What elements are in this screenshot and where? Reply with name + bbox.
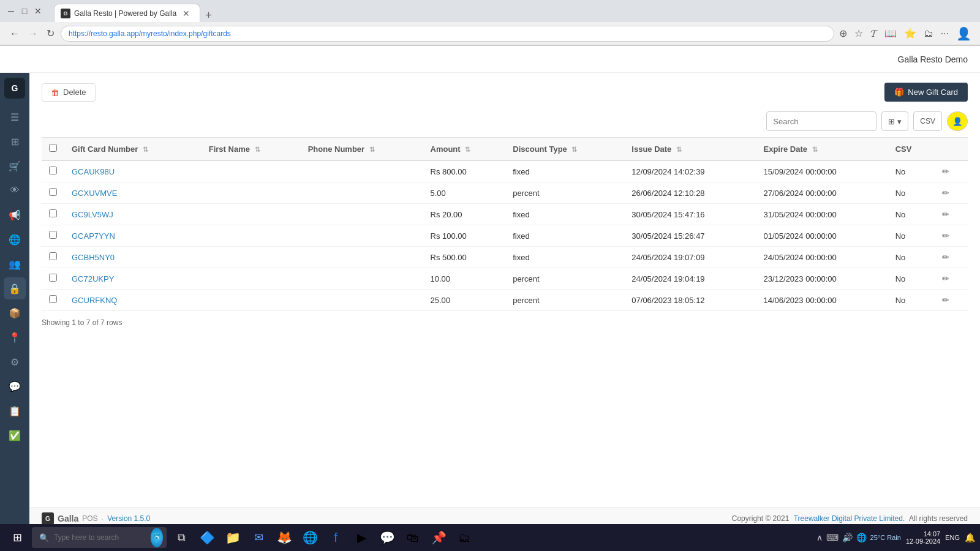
edit-button-2[interactable]: ✏	[942, 209, 949, 219]
more-icon[interactable]: ···	[940, 27, 950, 40]
cell-phone	[301, 182, 423, 204]
edit-button-3[interactable]: ✏	[942, 231, 949, 241]
cell-phone	[301, 160, 423, 182]
edit-button-6[interactable]: ✏	[942, 295, 949, 305]
taskbar-facebook[interactable]: f	[323, 527, 348, 549]
row-checkbox-5[interactable]	[49, 274, 57, 282]
minimize-button[interactable]: ─	[6, 6, 16, 16]
row-checkbox-3[interactable]	[49, 231, 57, 239]
taskbar-skype[interactable]: 💬	[375, 527, 399, 549]
edit-button-0[interactable]: ✏	[942, 167, 949, 176]
cell-discount-type: fixed	[505, 225, 624, 247]
reload-button[interactable]: ↻	[44, 26, 57, 40]
taskbar-youtube[interactable]: ▶	[349, 527, 374, 549]
taskbar-multitasking[interactable]: ⧉	[169, 527, 194, 549]
sidebar-item-dashboard[interactable]: ⊞	[4, 130, 26, 152]
search-input[interactable]	[766, 111, 876, 131]
cell-amount: Rs 20.00	[423, 204, 506, 225]
table-row: GCAP7YYN Rs 100.00 fixed 30/05/2024 15:2…	[42, 225, 968, 247]
sidebar-item-orders[interactable]: 🛒	[4, 155, 26, 177]
select-all-checkbox[interactable]	[49, 144, 57, 152]
taskbar-volume-icon[interactable]: 🔊	[842, 533, 853, 542]
taskbar-edge[interactable]: 🔷	[195, 527, 219, 549]
address-bar[interactable]	[61, 26, 834, 42]
maximize-button[interactable]: □	[20, 6, 29, 16]
gift-card-icon: 🎁	[894, 88, 904, 97]
cell-csv: No	[888, 204, 935, 225]
delete-button[interactable]: 🗑 Delete	[42, 83, 96, 102]
taskbar-stickynotes[interactable]: 📌	[426, 527, 451, 549]
main-content: 🗑 Delete 🎁 New Gift Card ⊞ ▾ CSV	[29, 73, 980, 507]
sidebar-item-tasks[interactable]: ✅	[4, 424, 26, 446]
taskbar-up-arrow[interactable]: ∧	[816, 533, 823, 542]
gift-card-link[interactable]: GC9LV5WJ	[72, 210, 113, 219]
row-checkbox-6[interactable]	[49, 295, 57, 303]
edit-button-4[interactable]: ✏	[942, 252, 949, 262]
sidebar-item-reports[interactable]: 📋	[4, 400, 26, 422]
sort-icon-issue: ⇅	[676, 146, 682, 153]
browser-chrome: ─ □ ✕ G Galla Resto | Powered by Galla ✕…	[0, 0, 980, 46]
company-link[interactable]: Treewalker Digital Private Limited.	[794, 514, 905, 523]
sidebar-item-online[interactable]: 🌐	[4, 228, 26, 250]
gift-card-link[interactable]: GCURFKNQ	[72, 296, 117, 305]
chevron-down-icon: ▾	[897, 117, 902, 126]
taskbar-notification[interactable]: 🔔	[965, 533, 975, 542]
gift-card-link[interactable]: GCAUK98U	[72, 167, 115, 176]
cell-edit: ✏	[935, 290, 968, 311]
taskbar-mail[interactable]: ✉	[246, 527, 271, 549]
taskbar-firefox[interactable]: 🦊	[272, 527, 296, 549]
cell-first-name	[202, 268, 301, 290]
extensions-icon[interactable]: ⊕	[838, 26, 848, 40]
taskbar-network-icon[interactable]: 🌐	[856, 533, 867, 542]
view-toggle-button[interactable]: ⊞ ▾	[881, 111, 908, 131]
row-checkbox-1[interactable]	[49, 188, 57, 196]
taskbar-search-icon: 🔍	[39, 533, 49, 542]
footer-galla-text: Galla	[58, 514, 78, 523]
reader-icon[interactable]: 📖	[883, 26, 898, 40]
profile-icon[interactable]: 👤	[955, 25, 973, 42]
edit-button-1[interactable]: ✏	[942, 188, 949, 198]
favorites-icon[interactable]: ⭐	[903, 26, 918, 40]
active-tab[interactable]: G Galla Resto | Powered by Galla ✕	[54, 4, 200, 22]
edit-button-5[interactable]: ✏	[942, 274, 949, 283]
user-menu-button[interactable]: 👤	[947, 111, 968, 131]
tab-close-icon[interactable]: ✕	[183, 9, 190, 18]
new-gift-card-button[interactable]: 🎁 New Gift Card	[884, 83, 968, 102]
taskbar-store[interactable]: 🛍	[401, 527, 425, 549]
bookmark-star-icon[interactable]: ☆	[853, 26, 864, 40]
new-tab-button[interactable]: +	[200, 9, 217, 22]
forward-button[interactable]: →	[26, 27, 40, 40]
trash-icon: 🗑	[51, 88, 59, 97]
gift-card-link[interactable]: GCXUVMVE	[72, 189, 117, 198]
row-checkbox-0[interactable]	[49, 167, 57, 174]
taskbar-clock[interactable]: 14:07 12-09-2024	[906, 530, 940, 545]
taskbar-chrome[interactable]: 🌐	[298, 527, 322, 549]
taskbar-explorer[interactable]: 📁	[221, 527, 245, 549]
gift-card-link[interactable]: GCAP7YYN	[72, 231, 115, 241]
taskbar-fileexplorer2[interactable]: 🗂	[452, 527, 477, 549]
back-button[interactable]: ←	[7, 27, 22, 40]
sidebar-item-inventory[interactable]: 📦	[4, 302, 26, 324]
sidebar-item-settings[interactable]: ⚙	[4, 351, 26, 373]
gift-card-link[interactable]: GCBH5NY0	[72, 253, 115, 262]
row-checkbox-4[interactable]	[49, 252, 57, 260]
close-button[interactable]: ✕	[33, 6, 43, 16]
sidebar-item-messages[interactable]: 💬	[4, 375, 26, 397]
csv-button[interactable]: CSV	[913, 111, 942, 131]
taskbar-weather[interactable]: 25°C Rain	[870, 534, 901, 541]
gift-card-link[interactable]: GC72UKPY	[72, 274, 114, 283]
sidebar-item-giftcards[interactable]: 🔒	[4, 277, 26, 299]
row-checkbox-2[interactable]	[49, 209, 57, 217]
translate-icon[interactable]: 𝓣	[869, 27, 878, 40]
sidebar-item-menu[interactable]: ☰	[4, 106, 26, 128]
sidebar-item-users[interactable]: 👥	[4, 253, 26, 275]
taskbar-search-input[interactable]	[54, 533, 146, 542]
sidebar-item-promotions[interactable]: 📢	[4, 204, 26, 226]
sidebar-item-location[interactable]: 📍	[4, 326, 26, 348]
start-button[interactable]: ⊞	[5, 527, 29, 549]
sidebar-item-view[interactable]: 👁	[4, 179, 26, 201]
collections-icon[interactable]: 🗂	[922, 27, 935, 40]
taskbar-search[interactable]: 🔍 🐬	[32, 527, 167, 548]
taskbar-keyboard-icon[interactable]: ⌨	[826, 533, 839, 542]
taskbar-lang[interactable]: ENG	[945, 534, 960, 541]
